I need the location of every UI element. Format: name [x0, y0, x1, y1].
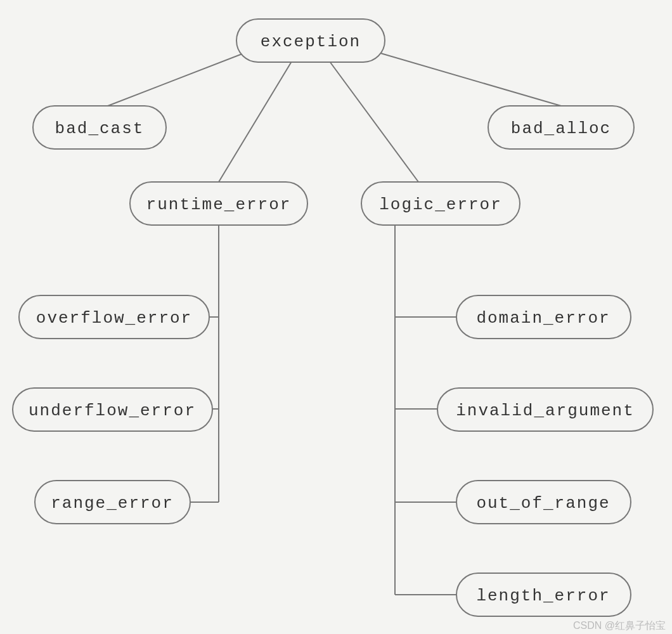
svg-line-0	[108, 49, 254, 106]
label-logic-error: logic_error	[379, 195, 502, 214]
label-exception: exception	[261, 32, 361, 51]
label-runtime-error: runtime_error	[146, 195, 292, 214]
label-range-error: range_error	[51, 494, 174, 513]
node-range-error: range_error	[35, 481, 190, 524]
svg-line-2	[219, 61, 292, 182]
label-invalid-argument: invalid_argument	[456, 401, 635, 420]
label-bad-alloc: bad_alloc	[511, 119, 611, 138]
node-logic-error: logic_error	[361, 182, 520, 225]
svg-line-1	[368, 49, 561, 106]
label-overflow-error: overflow_error	[36, 309, 192, 328]
label-domain-error: domain_error	[476, 309, 610, 328]
node-bad-cast: bad_cast	[33, 106, 166, 149]
nodes: exception bad_cast bad_alloc runtime_err…	[13, 19, 653, 616]
svg-line-3	[330, 61, 418, 182]
node-out-of-range: out_of_range	[456, 481, 631, 524]
node-exception: exception	[236, 19, 385, 62]
label-out-of-range: out_of_range	[476, 494, 610, 513]
node-length-error: length_error	[456, 573, 631, 616]
exception-hierarchy-diagram: exception bad_cast bad_alloc runtime_err…	[0, 0, 672, 634]
label-bad-cast: bad_cast	[55, 119, 145, 138]
watermark-text: CSDN @红鼻子怡宝	[573, 620, 666, 631]
node-overflow-error: overflow_error	[19, 295, 209, 339]
node-underflow-error: underflow_error	[13, 388, 212, 431]
label-underflow-error: underflow_error	[29, 401, 196, 420]
node-runtime-error: runtime_error	[130, 182, 307, 225]
label-length-error: length_error	[476, 586, 610, 605]
node-bad-alloc: bad_alloc	[488, 106, 634, 149]
node-domain-error: domain_error	[456, 295, 631, 339]
node-invalid-argument: invalid_argument	[437, 388, 653, 431]
